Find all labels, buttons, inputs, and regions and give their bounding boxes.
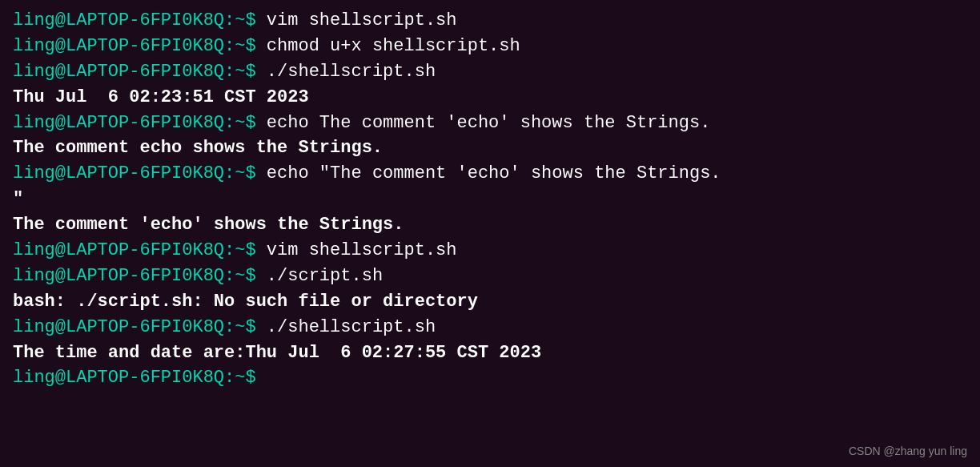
terminal-line: ling@LAPTOP-6FPI0K8Q:~$ ./script.sh [13, 264, 967, 289]
terminal-line: ling@LAPTOP-6FPI0K8Q:~$ vim shellscript.… [13, 8, 967, 34]
command-text: chmod u+x shellscript.sh [267, 36, 520, 56]
command-text: ./shellscript.sh [267, 62, 436, 82]
command-text: ./shellscript.sh [267, 317, 436, 337]
terminal-line: ling@LAPTOP-6FPI0K8Q:~$ chmod u+x shells… [13, 34, 967, 59]
terminal-container: ling@LAPTOP-6FPI0K8Q:~$ vim shellscript.… [13, 8, 967, 391]
terminal-line: Thu Jul 6 02:23:51 CST 2023 [13, 85, 967, 111]
command-text: vim shellscript.sh [267, 10, 457, 30]
terminal-line: " [13, 187, 967, 212]
terminal-line: ling@LAPTOP-6FPI0K8Q:~$ ./shellscript.sh [13, 59, 967, 85]
terminal-line: The comment 'echo' shows the Strings. [13, 212, 967, 238]
watermark: CSDN @zhang yun ling [849, 443, 967, 459]
prompt: ling@LAPTOP-6FPI0K8Q:~$ [13, 317, 267, 337]
prompt: ling@LAPTOP-6FPI0K8Q:~$ [13, 113, 267, 133]
terminal-line: ling@LAPTOP-6FPI0K8Q:~$ vim shellscript.… [13, 238, 967, 264]
prompt: ling@LAPTOP-6FPI0K8Q:~$ [13, 10, 267, 30]
terminal-line: ling@LAPTOP-6FPI0K8Q:~$ ./shellscript.sh [13, 315, 967, 340]
prompt: ling@LAPTOP-6FPI0K8Q:~$ [13, 266, 267, 286]
prompt: ling@LAPTOP-6FPI0K8Q:~$ [13, 163, 267, 183]
command-text: echo The comment 'echo' shows the String… [267, 113, 711, 133]
prompt: ling@LAPTOP-6FPI0K8Q:~$ [13, 240, 267, 260]
terminal-line: The time and date are:Thu Jul 6 02:27:55… [13, 340, 967, 366]
terminal-line: ling@LAPTOP-6FPI0K8Q:~$ [13, 365, 967, 391]
terminal-line: ling@LAPTOP-6FPI0K8Q:~$ echo "The commen… [13, 161, 967, 187]
command-text: vim shellscript.sh [267, 240, 457, 260]
terminal-line: The comment echo shows the Strings. [13, 135, 967, 161]
prompt: ling@LAPTOP-6FPI0K8Q:~$ [13, 368, 267, 388]
command-text: echo "The comment 'echo' shows the Strin… [267, 163, 721, 183]
terminal-line: bash: ./script.sh: No such file or direc… [13, 289, 967, 315]
terminal-line: ling@LAPTOP-6FPI0K8Q:~$ echo The comment… [13, 111, 967, 136]
prompt: ling@LAPTOP-6FPI0K8Q:~$ [13, 62, 267, 82]
command-text: ./script.sh [267, 266, 383, 286]
prompt: ling@LAPTOP-6FPI0K8Q:~$ [13, 36, 267, 56]
